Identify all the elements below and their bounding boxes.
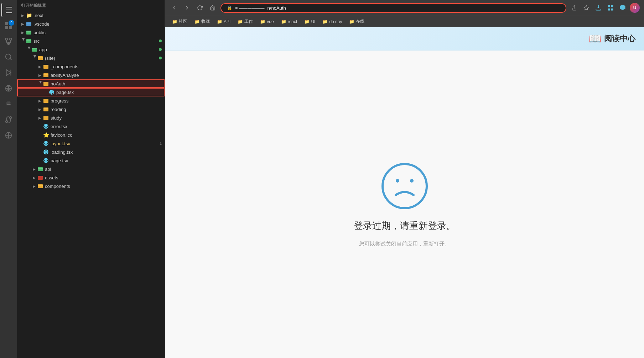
chevron-right-icon: ▶ — [31, 166, 37, 172]
svg-rect-20 — [32, 48, 37, 49]
react-file-icon — [43, 123, 49, 130]
tree-item-favicon[interactable]: ⭐ favicon.ico — [17, 131, 165, 139]
tree-item-error-tsx[interactable]: error.tsx — [17, 122, 165, 131]
activity-remote[interactable] — [1, 81, 16, 95]
app-grid-icon[interactable] — [606, 3, 616, 13]
address-text: n/noAuth — [268, 5, 560, 11]
tree-item-label: app — [39, 47, 159, 52]
tree-item-label: (site) — [45, 56, 159, 61]
extensions-icon[interactable] — [618, 3, 628, 13]
bookmark-api[interactable]: 📁 API — [214, 18, 233, 25]
tree-item-progress[interactable]: ▶ progress — [17, 96, 165, 105]
home-button[interactable] — [208, 3, 218, 13]
browser-content: 📖 阅读中心 登录过期，请重新登录。 您可以尝试关闭当前应用，重新打开。 — [165, 27, 644, 358]
svg-rect-24 — [43, 65, 48, 66]
tree-item-ability[interactable]: ▶ abilityAnalyse — [17, 71, 165, 79]
bookmark-doday[interactable]: 📁 do day — [320, 18, 345, 25]
svg-point-5 — [10, 38, 12, 40]
svg-point-4 — [5, 38, 7, 40]
browser-window: 🔒 ■ ▬▬▬▬▬▬ n/noAuth U — [165, 0, 644, 358]
tree-item-components-root[interactable]: ▶ components — [17, 182, 165, 190]
reload-button[interactable] — [195, 3, 205, 13]
bookmark-shequn[interactable]: 📁 社区 — [169, 17, 190, 26]
error-content: 登录过期，请重新登录。 您可以尝试关闭当前应用，重新打开。 — [165, 51, 644, 358]
svg-rect-22 — [38, 57, 43, 58]
tree-item-page-tsx[interactable]: page.tsx — [17, 156, 165, 165]
tree-item-assets[interactable]: ▶ assets — [17, 173, 165, 182]
download-icon[interactable] — [593, 3, 603, 13]
spacer — [37, 123, 43, 129]
chevron-right-icon: ▶ — [37, 98, 43, 104]
bookmark-zaixian[interactable]: 📁 在线 — [346, 17, 367, 26]
tree-item-label: src — [33, 38, 159, 44]
tree-item-vscode[interactable]: ▶ .vscode — [17, 20, 165, 28]
bookmark-vue[interactable]: 📁 vue — [257, 18, 276, 25]
chevron-down-icon: ▶ — [26, 47, 31, 52]
activity-extensions[interactable]: 9 — [1, 19, 16, 33]
folder-icon: 📁 — [26, 12, 32, 19]
folder-icon: 📁 — [260, 19, 265, 24]
folder-icon: 📁 — [217, 19, 222, 24]
activity-lightning[interactable] — [1, 128, 16, 142]
share-button[interactable] — [569, 3, 579, 13]
error-title: 登录过期，请重新登录。 — [354, 220, 456, 232]
tree-item-reading[interactable]: ▶ reading — [17, 105, 165, 114]
tree-item-src[interactable]: ▶ src — [17, 37, 165, 45]
tree-item-api[interactable]: ▶ api — [17, 165, 165, 173]
bookmark-button[interactable] — [581, 3, 591, 13]
activity-source-control[interactable] — [1, 34, 16, 48]
back-button[interactable] — [169, 3, 179, 13]
spacer — [37, 158, 43, 163]
bookmark-label: UI — [311, 19, 315, 24]
tree-item-page-tsx-noauth[interactable]: page.tsx — [17, 88, 165, 96]
tree-item-next[interactable]: ▶ 📁 .next — [17, 11, 165, 20]
bookmark-ui[interactable]: 📁 UI — [301, 18, 318, 25]
svg-marker-67 — [584, 5, 588, 10]
bookmark-react[interactable]: 📁 react — [278, 18, 300, 25]
folder-icon: 📁 — [304, 19, 310, 24]
folder-icon — [37, 174, 43, 181]
svg-rect-37 — [43, 108, 48, 109]
tree-item-public[interactable]: ▶ public — [17, 28, 165, 37]
file-explorer-sidebar: 打开的编辑器 ▶ 📁 .next ▶ .vscode ▶ public ▶ sr… — [17, 0, 165, 358]
address-bar[interactable]: 🔒 ■ ▬▬▬▬▬▬ n/noAuth — [220, 3, 566, 13]
activity-explorer[interactable] — [1, 3, 16, 17]
modified-dot — [159, 57, 162, 59]
forward-button[interactable] — [182, 3, 192, 13]
bookmark-label: 收藏 — [201, 19, 210, 25]
svg-rect-60 — [38, 167, 43, 171]
svg-rect-36 — [43, 107, 48, 111]
tree-item-label: _components — [51, 64, 165, 69]
user-avatar[interactable]: U — [630, 3, 640, 13]
bookmark-label: API — [224, 19, 230, 24]
svg-rect-0 — [5, 22, 8, 25]
svg-point-73 — [396, 179, 399, 183]
tree-item-loading-tsx[interactable]: loading.tsx — [17, 148, 165, 156]
browser-actions: U — [569, 3, 640, 13]
activity-docker[interactable] — [1, 97, 16, 111]
svg-rect-35 — [43, 100, 48, 100]
folder-icon — [37, 55, 43, 61]
svg-rect-69 — [611, 5, 613, 7]
spacer — [43, 89, 48, 95]
tree-item-app[interactable]: ▶ app — [17, 45, 165, 54]
tree-item-layout-tsx[interactable]: layout.tsx 1 — [17, 139, 165, 148]
tree-item-noauth[interactable]: ▶ noAuth — [17, 79, 165, 88]
bookmark-label: 工作 — [244, 19, 253, 25]
tree-item-label: study — [51, 115, 165, 121]
svg-rect-70 — [608, 9, 610, 11]
tree-item-site[interactable]: ▶ (site) — [17, 54, 165, 62]
react-file-icon — [43, 140, 49, 147]
bookmark-shoucang[interactable]: 📁 收藏 — [192, 17, 213, 26]
activity-search[interactable] — [1, 50, 16, 64]
activity-run[interactable] — [1, 65, 16, 80]
svg-rect-3 — [9, 26, 12, 29]
tree-item-study[interactable]: ▶ study — [17, 114, 165, 122]
activity-git-graph[interactable] — [1, 112, 16, 127]
spacer — [37, 132, 43, 138]
book-icon: 📖 — [589, 33, 601, 44]
chevron-right-icon: ▶ — [37, 64, 43, 69]
bookmark-gongzuo[interactable]: 📁 工作 — [235, 17, 256, 26]
tree-item-label: public — [33, 30, 165, 35]
tree-item-components[interactable]: ▶ _components — [17, 62, 165, 71]
